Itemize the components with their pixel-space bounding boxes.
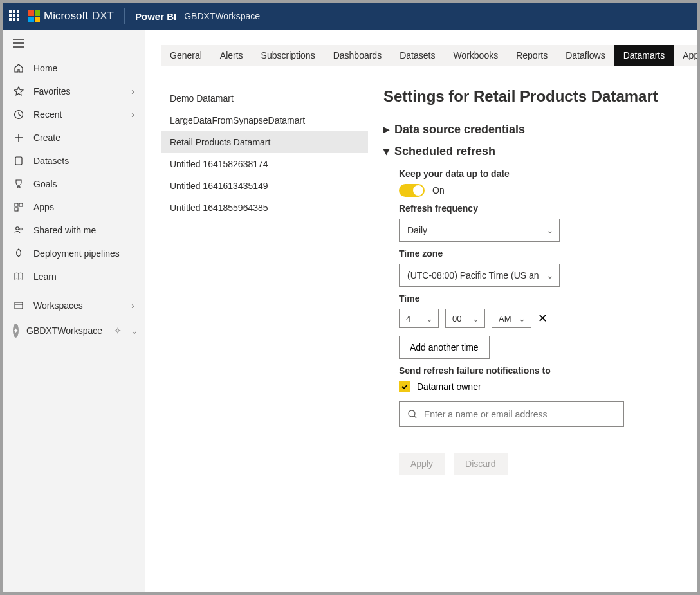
sidebar-item-label: Datasets xyxy=(33,156,69,166)
time-minute-select[interactable]: 00 ⌄ xyxy=(445,309,485,328)
tab-dataflows[interactable]: Dataflows xyxy=(557,45,614,66)
sidebar-item-favorites[interactable]: Favorites › xyxy=(3,80,145,103)
sidebar-item-label: Apps xyxy=(33,202,54,212)
home-icon xyxy=(13,63,24,73)
keep-data-label: Keep your data up to date xyxy=(399,169,679,179)
time-ampm-select[interactable]: AM ⌄ xyxy=(492,309,531,328)
sidebar-item-apps[interactable]: Apps xyxy=(3,196,145,219)
chevron-right-icon: › xyxy=(131,86,134,96)
sidebar: Home Favorites › Recent › Create Dataset… xyxy=(3,30,145,592)
notify-label: Send refresh failure notifications to xyxy=(399,365,679,376)
section-credentials[interactable]: ▸ Data source credentials xyxy=(383,118,679,140)
owner-checkbox[interactable] xyxy=(399,381,410,392)
datamart-item[interactable]: Untitled 1641613435149 xyxy=(161,175,368,197)
tab-app[interactable]: App xyxy=(674,45,697,66)
time-hour-value: 4 xyxy=(406,314,410,324)
settings-title: Settings for Retail Products Datamart xyxy=(383,87,679,105)
time-label: Time xyxy=(399,293,679,304)
sidebar-item-label: GBDXTWorkspace xyxy=(26,325,102,336)
sidebar-item-shared[interactable]: Shared with me xyxy=(3,219,145,242)
toggle-state-label: On xyxy=(432,185,445,196)
section-scheduled[interactable]: ▾ Scheduled refresh xyxy=(383,140,679,162)
sidebar-item-create[interactable]: Create xyxy=(3,126,145,149)
sidebar-item-recent[interactable]: Recent › xyxy=(3,103,145,126)
svg-point-5 xyxy=(16,227,19,230)
search-icon xyxy=(407,409,418,419)
rocket-icon xyxy=(13,248,24,259)
timezone-select[interactable]: (UTC-08:00) Pacific Time (US an ⌄ xyxy=(399,264,560,287)
chevron-down-icon: ⌄ xyxy=(131,325,138,336)
sidebar-item-label: Recent xyxy=(33,109,62,120)
datamart-item[interactable]: Untitled 1641582638174 xyxy=(161,153,368,175)
waffle-icon[interactable] xyxy=(9,10,21,22)
chevron-down-icon: ⌄ xyxy=(519,314,526,324)
sidebar-item-label: Shared with me xyxy=(33,225,96,235)
owner-checkbox-label: Datamart owner xyxy=(417,381,481,392)
tab-datamarts[interactable]: Datamarts xyxy=(614,45,674,66)
brand-text: Microsoft xyxy=(44,10,88,23)
settings-panel: Settings for Retail Products Datamart ▸ … xyxy=(383,87,679,475)
sidebar-item-label: Create xyxy=(33,133,60,143)
check-icon xyxy=(401,383,409,390)
time-hour-select[interactable]: 4 ⌄ xyxy=(399,309,439,328)
database-icon xyxy=(13,156,24,166)
discard-button[interactable]: Discard xyxy=(454,453,507,475)
add-time-button[interactable]: Add another time xyxy=(399,336,490,359)
workspace-list: Workspaces › ✦ GBDXTWorkspace ✧ ⌄ xyxy=(3,294,145,344)
tab-general[interactable]: General xyxy=(161,45,211,66)
sidebar-item-home[interactable]: Home xyxy=(3,57,145,80)
sidebar-item-current-workspace[interactable]: ✦ GBDXTWorkspace ✧ ⌄ xyxy=(3,317,145,344)
datamart-item[interactable]: LargeDataFromSynapseDatamart xyxy=(161,109,368,131)
sidebar-item-workspaces[interactable]: Workspaces › xyxy=(3,294,145,317)
frequency-label: Refresh frequency xyxy=(399,203,679,214)
sidebar-item-pipelines[interactable]: Deployment pipelines xyxy=(3,242,145,265)
chevron-down-icon: ⌄ xyxy=(546,270,554,280)
frequency-select[interactable]: Daily ⌄ xyxy=(399,219,560,242)
svg-point-6 xyxy=(20,228,23,230)
notify-search-box[interactable] xyxy=(399,401,624,427)
plus-icon xyxy=(13,133,24,143)
frequency-value: Daily xyxy=(407,225,427,235)
svg-rect-1 xyxy=(15,157,22,165)
app-name[interactable]: Power BI xyxy=(135,11,176,22)
sidebar-item-datasets[interactable]: Datasets xyxy=(3,149,145,172)
sidebar-item-learn[interactable]: Learn xyxy=(3,265,145,288)
sidebar-item-label: Learn xyxy=(33,271,57,282)
svg-rect-2 xyxy=(15,203,18,206)
remove-time-button[interactable]: ✕ xyxy=(538,311,548,325)
datamart-item[interactable]: Retail Products Datamart xyxy=(161,131,368,153)
hamburger-button[interactable] xyxy=(3,30,145,57)
tab-subscriptions[interactable]: Subscriptions xyxy=(252,45,324,66)
section-label: Scheduled refresh xyxy=(394,145,495,158)
nav-list: Home Favorites › Recent › Create Dataset… xyxy=(3,57,145,288)
top-bar: Microsoft DXT Power BI GBDXTWorkspace xyxy=(3,3,697,30)
apps-icon xyxy=(13,202,24,212)
notify-search-input[interactable] xyxy=(424,409,616,419)
nav-separator xyxy=(3,291,145,291)
sidebar-item-label: Goals xyxy=(33,179,57,189)
tab-workbooks[interactable]: Workbooks xyxy=(444,45,507,66)
chevron-right-icon: › xyxy=(131,300,134,311)
header-workspace[interactable]: GBDXTWorkspace xyxy=(184,11,260,21)
caret-right-icon: ▸ xyxy=(383,122,389,136)
microsoft-logo: Microsoft DXT xyxy=(28,10,114,23)
tab-datasets[interactable]: Datasets xyxy=(391,45,444,66)
timezone-label: Time zone xyxy=(399,248,679,259)
sidebar-item-goals[interactable]: Goals xyxy=(3,172,145,196)
tab-reports[interactable]: Reports xyxy=(507,45,557,66)
svg-rect-7 xyxy=(15,302,23,309)
main-content: General Alerts Subscriptions Dashboards … xyxy=(145,30,697,592)
datamart-item[interactable]: Demo Datamart xyxy=(161,87,368,109)
chevron-down-icon: ⌄ xyxy=(472,314,479,324)
apply-button[interactable]: Apply xyxy=(399,453,445,475)
datamart-item[interactable]: Untitled 1641855964385 xyxy=(161,197,368,219)
section-label: Data source credentials xyxy=(394,123,525,136)
people-icon xyxy=(13,225,24,235)
brand-suffix: DXT xyxy=(92,10,114,23)
workspaces-icon xyxy=(13,300,24,311)
refresh-toggle[interactable] xyxy=(399,184,425,197)
tab-dashboards[interactable]: Dashboards xyxy=(324,45,391,66)
chevron-down-icon: ⌄ xyxy=(546,225,554,235)
datamart-list: Demo Datamart LargeDataFromSynapseDatama… xyxy=(161,87,368,475)
tab-alerts[interactable]: Alerts xyxy=(211,45,252,66)
